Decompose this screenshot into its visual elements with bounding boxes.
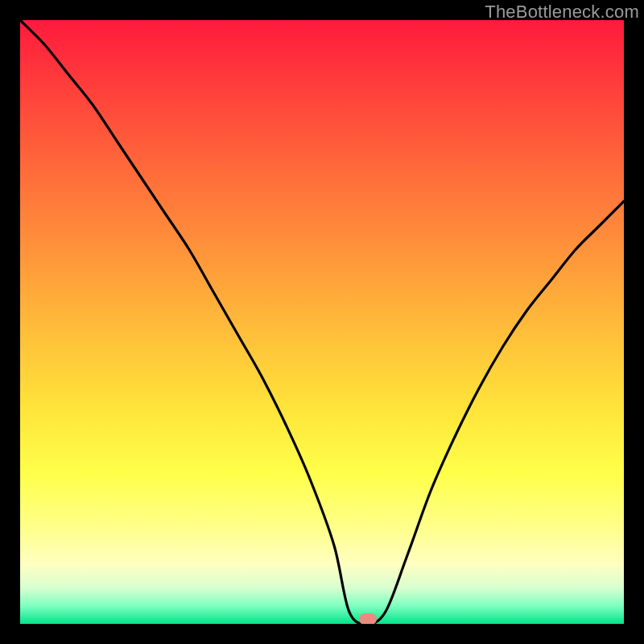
optimum-marker (359, 613, 377, 624)
chart-frame: TheBottleneck.com (0, 0, 644, 644)
watermark-text: TheBottleneck.com (485, 2, 639, 23)
plot-area (20, 20, 624, 624)
bottleneck-curve (20, 20, 624, 624)
